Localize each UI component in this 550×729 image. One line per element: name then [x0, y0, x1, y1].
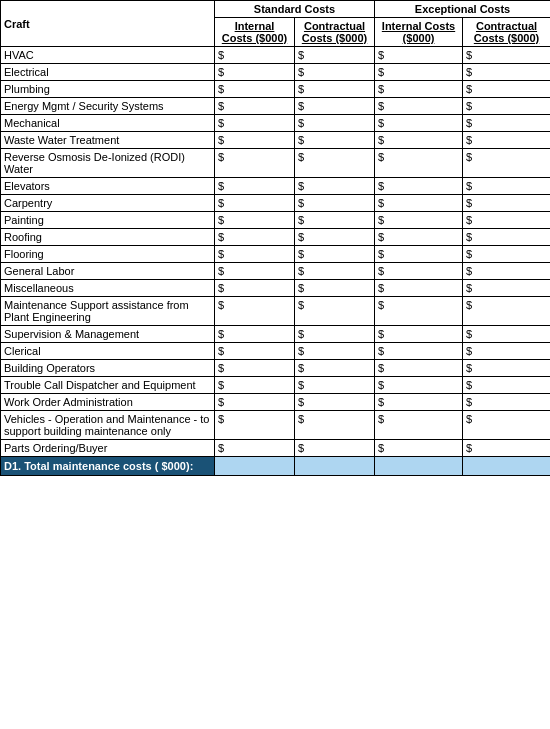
exc-internal-cell[interactable]: $: [375, 297, 463, 326]
exc-internal-cell[interactable]: $: [375, 280, 463, 297]
table-row: Parts Ordering/Buyer$$$$: [1, 440, 551, 457]
std-contractual-cell[interactable]: $: [295, 280, 375, 297]
total-std-internal-input[interactable]: [215, 457, 295, 476]
exc-internal-cell[interactable]: $: [375, 115, 463, 132]
std-internal-cell[interactable]: $: [215, 212, 295, 229]
exc-internal-cell[interactable]: $: [375, 98, 463, 115]
exc-internal-cell[interactable]: $: [375, 411, 463, 440]
exc-internal-cell[interactable]: $: [375, 377, 463, 394]
total-exc-contractual-input[interactable]: [463, 457, 550, 476]
exc-internal-cell[interactable]: $: [375, 246, 463, 263]
exc-internal-cell[interactable]: $: [375, 64, 463, 81]
exc-contractual-cell[interactable]: $: [463, 440, 550, 457]
total-std-contractual-input[interactable]: [295, 457, 375, 476]
exc-contractual-cell[interactable]: $: [463, 149, 550, 178]
total-exc-internal-input[interactable]: [375, 457, 463, 476]
std-contractual-cell[interactable]: $: [295, 47, 375, 64]
std-contractual-cell[interactable]: $: [295, 178, 375, 195]
std-internal-cell[interactable]: $: [215, 326, 295, 343]
std-internal-cell[interactable]: $: [215, 343, 295, 360]
exc-contractual-cell[interactable]: $: [463, 115, 550, 132]
std-internal-cell[interactable]: $: [215, 377, 295, 394]
std-internal-cell[interactable]: $: [215, 297, 295, 326]
exc-internal-cell[interactable]: $: [375, 47, 463, 64]
exc-internal-cell[interactable]: $: [375, 440, 463, 457]
std-contractual-cell[interactable]: $: [295, 98, 375, 115]
std-internal-cell[interactable]: $: [215, 81, 295, 98]
craft-cell: Supervision & Management: [1, 326, 215, 343]
std-internal-cell[interactable]: $: [215, 394, 295, 411]
total-row: D1. Total maintenance costs ( $000):: [1, 457, 551, 476]
std-internal-cell[interactable]: $: [215, 64, 295, 81]
exc-contractual-cell[interactable]: $: [463, 343, 550, 360]
std-internal-cell[interactable]: $: [215, 440, 295, 457]
std-internal-cell[interactable]: $: [215, 246, 295, 263]
exc-contractual-cell[interactable]: $: [463, 297, 550, 326]
std-internal-cell[interactable]: $: [215, 280, 295, 297]
std-internal-cell[interactable]: $: [215, 178, 295, 195]
std-internal-cell[interactable]: $: [215, 229, 295, 246]
exc-contractual-cell[interactable]: $: [463, 64, 550, 81]
std-contractual-cell[interactable]: $: [295, 229, 375, 246]
exc-internal-cell[interactable]: $: [375, 229, 463, 246]
exc-contractual-cell[interactable]: $: [463, 326, 550, 343]
exc-contractual-cell[interactable]: $: [463, 132, 550, 149]
std-contractual-cell[interactable]: $: [295, 343, 375, 360]
std-internal-cell[interactable]: $: [215, 360, 295, 377]
exc-internal-cell[interactable]: $: [375, 343, 463, 360]
std-internal-cell[interactable]: $: [215, 411, 295, 440]
exc-contractual-cell[interactable]: $: [463, 263, 550, 280]
std-contractual-cell[interactable]: $: [295, 411, 375, 440]
std-contractual-cell[interactable]: $: [295, 132, 375, 149]
exc-internal-cell[interactable]: $: [375, 263, 463, 280]
std-internal-cell[interactable]: $: [215, 47, 295, 64]
exc-internal-cell[interactable]: $: [375, 149, 463, 178]
exc-internal-cell[interactable]: $: [375, 132, 463, 149]
exc-contractual-cell[interactable]: $: [463, 81, 550, 98]
std-contractual-cell[interactable]: $: [295, 377, 375, 394]
craft-cell: General Labor: [1, 263, 215, 280]
table-row: Mechanical$$$$: [1, 115, 551, 132]
std-contractual-cell[interactable]: $: [295, 149, 375, 178]
std-contractual-cell[interactable]: $: [295, 64, 375, 81]
table-row: Elevators$$$$: [1, 178, 551, 195]
std-contractual-cell[interactable]: $: [295, 212, 375, 229]
std-internal-cell[interactable]: $: [215, 115, 295, 132]
std-contractual-cell[interactable]: $: [295, 297, 375, 326]
exc-contractual-cell[interactable]: $: [463, 178, 550, 195]
exc-contractual-cell[interactable]: $: [463, 98, 550, 115]
std-contractual-cell[interactable]: $: [295, 263, 375, 280]
std-contractual-cell[interactable]: $: [295, 81, 375, 98]
exc-internal-cell[interactable]: $: [375, 195, 463, 212]
exc-internal-cell[interactable]: $: [375, 178, 463, 195]
std-contractual-cell[interactable]: $: [295, 360, 375, 377]
exc-contractual-cell[interactable]: $: [463, 47, 550, 64]
exc-internal-cell[interactable]: $: [375, 360, 463, 377]
std-contractual-cell[interactable]: $: [295, 326, 375, 343]
exc-contractual-cell[interactable]: $: [463, 360, 550, 377]
exc-internal-cell[interactable]: $: [375, 212, 463, 229]
std-contractual-cell[interactable]: $: [295, 115, 375, 132]
std-contractual-cell[interactable]: $: [295, 394, 375, 411]
std-internal-cell[interactable]: $: [215, 263, 295, 280]
exc-internal-cell[interactable]: $: [375, 394, 463, 411]
exc-contractual-cell[interactable]: $: [463, 280, 550, 297]
std-internal-cell[interactable]: $: [215, 149, 295, 178]
craft-cell: Elevators: [1, 178, 215, 195]
std-contractual-cell[interactable]: $: [295, 440, 375, 457]
exc-contractual-cell[interactable]: $: [463, 246, 550, 263]
std-contractual-cell[interactable]: $: [295, 246, 375, 263]
exc-internal-cell[interactable]: $: [375, 326, 463, 343]
exc-contractual-cell[interactable]: $: [463, 212, 550, 229]
std-internal-cell[interactable]: $: [215, 98, 295, 115]
exc-contractual-cell[interactable]: $: [463, 195, 550, 212]
exc-contractual-cell[interactable]: $: [463, 377, 550, 394]
std-internal-cell[interactable]: $: [215, 195, 295, 212]
std-contractual-cell[interactable]: $: [295, 195, 375, 212]
std-internal-cell[interactable]: $: [215, 132, 295, 149]
exc-internal-cell[interactable]: $: [375, 81, 463, 98]
table-row: Roofing$$$$: [1, 229, 551, 246]
exc-contractual-cell[interactable]: $: [463, 394, 550, 411]
exc-contractual-cell[interactable]: $: [463, 411, 550, 440]
exc-contractual-cell[interactable]: $: [463, 229, 550, 246]
